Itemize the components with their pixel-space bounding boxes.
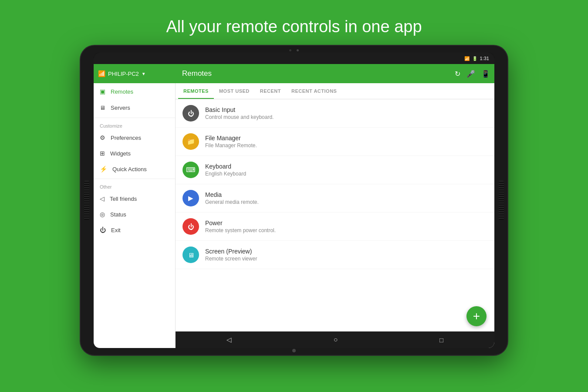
screen-preview-name: Screen (Preview) [205, 248, 257, 255]
widgets-icon: ⊞ [100, 150, 105, 157]
file-manager-icon: 📁 [182, 133, 199, 150]
sidebar-exit-label: Exit [111, 227, 121, 233]
power-icon: ⏻ [182, 218, 199, 235]
keyboard-info: Keyboard English Keyboard [205, 163, 246, 177]
remote-item-power[interactable]: ⏻ Power Remote system power control. [176, 213, 494, 241]
status-bar: 📶 🔋 1:31 [94, 53, 494, 64]
screen-preview-info: Screen (Preview) Remote screen viewer [205, 248, 257, 262]
keyboard-name: Keyboard [205, 163, 246, 170]
sidebar: ▣ Remotes 🖥 Servers Customize ⚙ Preferen… [94, 83, 176, 348]
sidebar-divider-2 [94, 179, 175, 179]
tab-recent-actions[interactable]: RECENT ACTIONS [286, 83, 342, 99]
file-manager-desc: File Manager Remote. [205, 142, 257, 149]
app-toolbar: 📶 PHILIP-PC2 ▼ Remotes ↻ 🎤 📱 [94, 64, 494, 83]
toolbar-network[interactable]: 📶 PHILIP-PC2 ▼ [98, 70, 179, 77]
file-manager-info: File Manager File Manager Remote. [205, 135, 257, 149]
sidebar-item-widgets[interactable]: ⊞ Widgets [94, 145, 175, 161]
tab-recent[interactable]: RECENT [255, 83, 286, 99]
remote-item-basic-input[interactable]: ⏻ Basic Input Control mouse and keyboard… [176, 99, 494, 128]
sidebar-item-remotes[interactable]: ▣ Remotes [94, 83, 175, 100]
camera-area [289, 49, 299, 51]
sidebar-item-tell-friends[interactable]: ◁ Tell friends [94, 191, 175, 206]
exit-icon: ⏻ [100, 226, 106, 233]
signal-icon: 📶 [464, 56, 470, 61]
fab-plus-icon: + [473, 309, 480, 323]
main-content: ▣ Remotes 🖥 Servers Customize ⚙ Preferen… [94, 83, 494, 348]
keyboard-desc: English Keyboard [205, 171, 246, 177]
power-desc: Remote system power control. [205, 227, 276, 233]
sidebar-item-status[interactable]: ◎ Status [94, 206, 175, 222]
tabs-bar: REMOTES MOST USED RECENT RECENT ACTIONS [176, 83, 494, 99]
sidebar-divider-1 [94, 118, 175, 118]
remote-item-screen-preview[interactable]: 🖥 Screen (Preview) Remote screen viewer [176, 241, 494, 269]
bottom-nav: ◁ ○ □ [176, 331, 494, 348]
media-name: Media [205, 191, 259, 198]
battery-icon: 🔋 [472, 56, 477, 61]
sidebar-item-exit[interactable]: ⏻ Exit [94, 222, 175, 238]
page-title: All your remote controls in one app [0, 0, 588, 36]
home-button[interactable]: ○ [334, 336, 338, 344]
sidebar-remotes-label: Remotes [111, 88, 133, 95]
file-manager-name: File Manager [205, 135, 257, 142]
sidebar-servers-label: Servers [111, 105, 130, 111]
basic-input-desc: Control mouse and keyboard. [205, 114, 274, 120]
home-dot [292, 349, 296, 352]
screen-preview-desc: Remote screen viewer [205, 256, 257, 262]
fab-button[interactable]: + [466, 306, 487, 326]
sidebar-status-label: Status [110, 211, 126, 218]
status-icon: ◎ [100, 211, 105, 218]
mic-icon[interactable]: 🎤 [466, 70, 475, 78]
wifi-icon: 📶 [98, 70, 105, 77]
dropdown-arrow-icon: ▼ [142, 71, 146, 76]
preferences-icon: ⚙ [100, 134, 105, 141]
basic-input-name: Basic Input [205, 106, 274, 113]
basic-input-icon: ⏻ [182, 105, 199, 122]
camera-dot-1 [289, 49, 291, 51]
media-info: Media General media remote. [205, 191, 259, 205]
network-name: PHILIP-PC2 [108, 71, 139, 77]
tab-most-used[interactable]: MOST USED [214, 83, 255, 99]
keyboard-icon: ⌨ [182, 162, 199, 178]
remote-item-file-manager[interactable]: 📁 File Manager File Manager Remote. [176, 128, 494, 156]
customize-label: Customize [94, 120, 175, 130]
status-time: 1:31 [480, 56, 489, 61]
sidebar-item-preferences[interactable]: ⚙ Preferences [94, 130, 175, 145]
media-icon: ▶ [182, 190, 199, 206]
sidebar-tell-friends-label: Tell friends [110, 196, 137, 202]
phone-icon[interactable]: 📱 [481, 70, 490, 78]
servers-icon: 🖥 [100, 105, 105, 111]
tablet-screen: 📶 🔋 1:31 📶 PHILIP-PC2 ▼ Remotes ↻ 🎤 📱 [94, 53, 494, 348]
sidebar-item-servers[interactable]: 🖥 Servers [94, 100, 175, 116]
remotes-icon: ▣ [100, 88, 105, 95]
tab-remotes[interactable]: REMOTES [178, 83, 214, 99]
power-name: Power [205, 220, 276, 226]
tell-friends-icon: ◁ [100, 195, 105, 202]
sidebar-item-quick-actions[interactable]: ⚡ Quick Actions [94, 161, 175, 177]
toolbar-actions: ↻ 🎤 📱 [455, 70, 490, 78]
sidebar-widgets-label: Widgets [110, 150, 131, 157]
quick-actions-icon: ⚡ [100, 166, 107, 172]
remote-item-media[interactable]: ▶ Media General media remote. [176, 184, 494, 213]
refresh-icon[interactable]: ↻ [455, 70, 460, 78]
sidebar-preferences-label: Preferences [111, 135, 141, 141]
right-panel: REMOTES MOST USED RECENT RECENT ACTIONS [176, 83, 494, 348]
media-desc: General media remote. [205, 199, 259, 205]
remote-list: ⏻ Basic Input Control mouse and keyboard… [176, 99, 494, 331]
camera-dot-2 [297, 49, 299, 51]
right-speaker [499, 181, 504, 220]
screen-preview-icon: 🖥 [182, 247, 199, 263]
other-label: Other [94, 181, 175, 191]
toolbar-title: Remotes [179, 69, 455, 78]
page-background: All your remote controls in one app 📶 🔋 … [0, 0, 588, 392]
remote-item-keyboard[interactable]: ⌨ Keyboard English Keyboard [176, 156, 494, 184]
back-button[interactable]: ◁ [226, 336, 232, 344]
sidebar-quick-actions-label: Quick Actions [112, 166, 147, 172]
recents-button[interactable]: □ [439, 336, 443, 344]
power-info: Power Remote system power control. [205, 220, 276, 233]
tablet: 📶 🔋 1:31 📶 PHILIP-PC2 ▼ Remotes ↻ 🎤 📱 [81, 46, 507, 355]
basic-input-info: Basic Input Control mouse and keyboard. [205, 106, 274, 120]
left-speaker [84, 181, 89, 220]
